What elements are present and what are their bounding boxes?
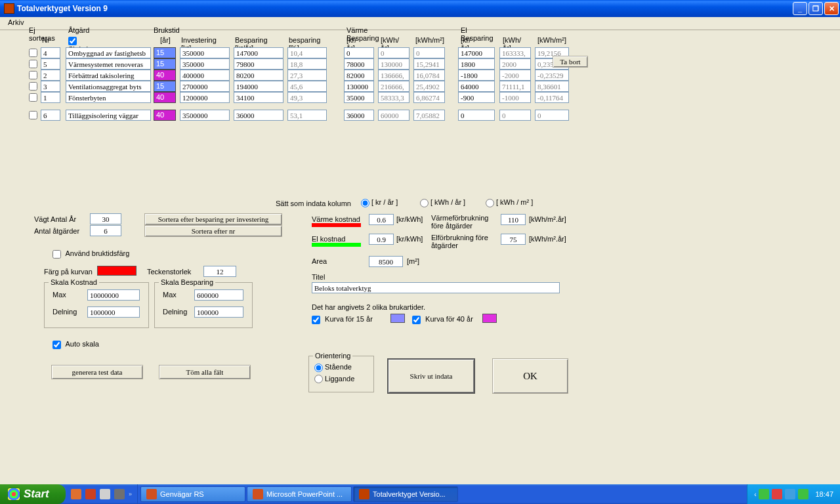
atgard-input[interactable]	[66, 47, 151, 58]
varme-kr-input[interactable]	[344, 58, 374, 70]
besparing-kr-input[interactable]	[234, 70, 284, 81]
sb-deln-input[interactable]	[194, 306, 243, 318]
powerpoint-icon	[253, 489, 263, 499]
skriv-i-diagram-checkbox[interactable]	[68, 37, 77, 45]
brukstid-cell[interactable]: 40	[154, 70, 176, 81]
brukstid-cell[interactable]: 15	[154, 81, 176, 92]
row-checkbox[interactable]	[29, 71, 37, 79]
sk-deln-input[interactable]	[87, 306, 140, 318]
besparing-kr-input[interactable]	[234, 81, 284, 92]
ok-button[interactable]: OK	[492, 358, 568, 394]
area-input[interactable]	[369, 256, 403, 267]
row-checkbox[interactable]	[29, 82, 37, 91]
row-checkbox[interactable]	[29, 111, 37, 119]
brukstid-cell[interactable]: 40	[154, 92, 176, 103]
ql-icon-4[interactable]	[114, 489, 125, 499]
atgard-input[interactable]	[66, 92, 151, 103]
skriv-ut-button[interactable]: Skriv ut indata	[387, 358, 475, 394]
ql-chevron-icon[interactable]: »	[129, 491, 132, 497]
varme-kr-input[interactable]	[344, 92, 374, 103]
tom-button[interactable]: Töm alla fält	[159, 365, 251, 379]
teckenstorlek-label: Teckenstorlek	[147, 268, 191, 276]
sortera-besparing-button[interactable]: Sortera efter besparing per investering	[144, 213, 282, 225]
investering-input[interactable]	[180, 92, 230, 103]
sortera-nr-button[interactable]: Sortera efter nr	[144, 225, 282, 237]
nr-input[interactable]	[41, 81, 60, 92]
el-kr-input[interactable]	[458, 110, 495, 121]
besparing-kr-input[interactable]	[234, 47, 284, 58]
tray-icon-3[interactable]	[785, 489, 795, 499]
vagt-antal-ar-input[interactable]	[90, 213, 121, 224]
ql-icon-3[interactable]	[100, 489, 110, 499]
investering-input[interactable]	[180, 110, 230, 121]
radio-liggande[interactable]	[314, 375, 323, 383]
auto-skala-checkbox[interactable]	[52, 341, 61, 349]
kurva40-checkbox[interactable]	[412, 316, 421, 324]
investering-input[interactable]	[180, 58, 230, 70]
task-powerpoint[interactable]: Microsoft PowerPoint ...	[247, 486, 352, 502]
kurva15-checkbox[interactable]	[312, 316, 320, 324]
besparing-kr-input[interactable]	[234, 92, 284, 103]
maximize-button[interactable]: ❐	[808, 2, 823, 15]
nr-input[interactable]	[41, 47, 60, 58]
investering-input[interactable]	[180, 70, 230, 81]
brukstid-cell[interactable]: 15	[154, 58, 176, 70]
atgard-input[interactable]	[66, 58, 151, 70]
sk-max-input[interactable]	[87, 289, 140, 301]
ql-icon-2[interactable]	[85, 489, 96, 499]
radio-kwhm[interactable]	[486, 199, 494, 207]
brukstid-cell[interactable]: 15	[154, 47, 176, 58]
tray-icon-4[interactable]	[798, 489, 808, 499]
row-checkbox[interactable]	[29, 60, 37, 68]
varme-kostnad-input[interactable]	[369, 214, 394, 225]
el-kr-input[interactable]	[458, 92, 495, 103]
varme-kr-input[interactable]	[344, 110, 374, 121]
start-button[interactable]: Start	[0, 484, 66, 504]
varme-kr-input[interactable]	[344, 70, 374, 81]
investering-input[interactable]	[180, 47, 230, 58]
radio-kr[interactable]	[361, 199, 369, 207]
teckenstorlek-input[interactable]	[203, 266, 236, 277]
farg-kurvan-swatch[interactable]	[97, 266, 136, 276]
tray-chevron-icon[interactable]: ‹	[754, 491, 756, 498]
menu-arkiv[interactable]: Arkiv	[4, 17, 28, 28]
atgard-input[interactable]	[66, 110, 151, 121]
tabort-button[interactable]: Ta bort	[553, 56, 588, 68]
atgard-input[interactable]	[66, 81, 151, 92]
el-kr-input[interactable]	[458, 70, 495, 81]
sb-max-input[interactable]	[194, 289, 243, 301]
close-button[interactable]: ✕	[824, 2, 839, 15]
atgard-input[interactable]	[66, 70, 151, 81]
el-kr-input[interactable]	[458, 58, 495, 70]
varmefor-input[interactable]	[501, 214, 526, 225]
besparing-kr-input[interactable]	[234, 110, 284, 121]
investering-input[interactable]	[180, 81, 230, 92]
minimize-button[interactable]: _	[793, 2, 807, 15]
titel-input[interactable]	[312, 282, 560, 293]
task-genvagar[interactable]: Genvägar RS	[140, 486, 245, 502]
anvand-bruktidsfarg-checkbox[interactable]	[52, 250, 61, 259]
ql-icon-1[interactable]	[71, 489, 81, 499]
generera-button[interactable]: generera test data	[51, 365, 143, 379]
task-totalverk[interactable]: Totalverktyget Versio...	[353, 486, 458, 502]
el-kr-input[interactable]	[458, 81, 495, 92]
radio-staende[interactable]	[314, 364, 323, 372]
clock[interactable]: 18:47	[815, 490, 833, 498]
tray-icon-2[interactable]	[772, 489, 782, 499]
besparing-kr-input[interactable]	[234, 58, 284, 70]
brukstid-cell[interactable]: 40	[154, 110, 176, 121]
nr-input[interactable]	[41, 70, 60, 81]
row-checkbox[interactable]	[29, 49, 37, 57]
nr-input[interactable]	[41, 58, 60, 70]
row-checkbox[interactable]	[29, 93, 37, 102]
antal-atgarder-input[interactable]	[90, 225, 121, 236]
nr-input[interactable]	[41, 92, 60, 103]
varme-kr-input[interactable]	[344, 81, 374, 92]
nr-input[interactable]	[41, 110, 60, 121]
el-kostnad-input[interactable]	[369, 234, 394, 245]
elfor-input[interactable]	[501, 234, 526, 245]
tray-icon-1[interactable]	[759, 489, 769, 499]
el-kr-input[interactable]	[458, 47, 495, 58]
varme-kr-input[interactable]	[344, 47, 374, 58]
radio-kwh[interactable]	[420, 199, 429, 207]
